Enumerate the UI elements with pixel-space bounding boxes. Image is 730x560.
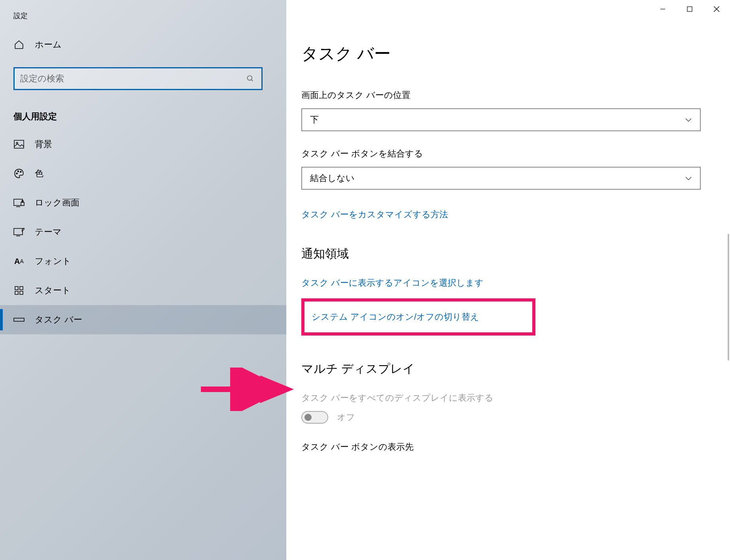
taskbar-position-label: 画面上のタスク バーの位置 bbox=[301, 89, 715, 101]
svg-rect-10 bbox=[14, 228, 23, 235]
minimize-button[interactable] bbox=[649, 0, 676, 18]
sidebar-item-label: タスク バー bbox=[35, 314, 82, 326]
multi-display-label: タスク バーをすべてのディスプレイに表示する bbox=[301, 392, 715, 404]
sidebar-item-themes[interactable]: テーマ bbox=[0, 217, 286, 247]
svg-point-5 bbox=[17, 171, 19, 172]
sidebar: 設定 ホーム 個人用設定 背景 bbox=[0, 0, 286, 560]
sidebar-item-taskbar[interactable]: タスク バー bbox=[0, 305, 286, 334]
svg-rect-18 bbox=[687, 7, 692, 11]
close-button[interactable] bbox=[703, 0, 730, 18]
svg-rect-9 bbox=[21, 202, 24, 206]
svg-point-4 bbox=[16, 173, 17, 174]
sidebar-item-label: ロック画面 bbox=[35, 197, 79, 209]
window-title: 設定 bbox=[0, 8, 286, 32]
svg-rect-2 bbox=[14, 140, 24, 148]
taskbar-position-dropdown[interactable]: 下 bbox=[301, 108, 701, 131]
multi-display-heading: マルチ ディスプレイ bbox=[301, 361, 715, 377]
sidebar-item-label: スタート bbox=[35, 285, 71, 296]
svg-line-1 bbox=[252, 80, 253, 81]
svg-point-6 bbox=[20, 171, 21, 172]
dropdown-value: 下 bbox=[310, 114, 319, 126]
svg-rect-16 bbox=[14, 318, 24, 321]
combine-buttons-dropdown[interactable]: 結合しない bbox=[301, 167, 701, 190]
svg-rect-13 bbox=[20, 287, 23, 290]
sidebar-item-label: 色 bbox=[35, 168, 43, 179]
window-controls bbox=[649, 0, 730, 18]
sidebar-item-label: テーマ bbox=[35, 226, 62, 238]
scrollbar[interactable] bbox=[728, 234, 729, 360]
sidebar-item-fonts[interactable]: AA フォント bbox=[0, 247, 286, 276]
highlight-annotation: システム アイコンのオン/オフの切り替え bbox=[301, 298, 535, 336]
home-label: ホーム bbox=[35, 39, 62, 51]
search-input[interactable] bbox=[20, 74, 245, 84]
maximize-button[interactable] bbox=[676, 0, 703, 18]
chevron-down-icon bbox=[685, 117, 692, 122]
select-icons-link[interactable]: タスク バーに表示するアイコンを選択します bbox=[301, 277, 715, 289]
button-display-label: タスク バー ボタンの表示先 bbox=[301, 441, 715, 453]
home-nav[interactable]: ホーム bbox=[0, 32, 286, 58]
sidebar-item-label: フォント bbox=[35, 255, 71, 267]
search-box[interactable] bbox=[13, 67, 263, 90]
chevron-down-icon bbox=[685, 176, 692, 181]
svg-point-0 bbox=[248, 76, 252, 81]
sidebar-item-label: 背景 bbox=[35, 138, 52, 150]
system-icons-toggle-link[interactable]: システム アイコンのオン/オフの切り替え bbox=[312, 312, 479, 322]
svg-rect-14 bbox=[15, 291, 18, 294]
sidebar-item-colors[interactable]: 色 bbox=[0, 159, 286, 188]
palette-icon bbox=[13, 168, 25, 179]
dropdown-value: 結合しない bbox=[310, 172, 355, 184]
theme-icon bbox=[13, 226, 25, 238]
svg-rect-15 bbox=[20, 291, 23, 294]
sidebar-item-background[interactable]: 背景 bbox=[0, 130, 286, 159]
sidebar-section-heading: 個人用設定 bbox=[0, 97, 286, 130]
search-icon bbox=[245, 73, 256, 84]
customize-taskbar-link[interactable]: タスク バーをカスタマイズする方法 bbox=[301, 209, 448, 221]
notification-area-heading: 通知領域 bbox=[301, 246, 715, 262]
sidebar-item-lockscreen[interactable]: ロック画面 bbox=[0, 188, 286, 217]
toggle-state-label: オフ bbox=[337, 411, 355, 423]
combine-buttons-label: タスク バー ボタンを結合する bbox=[301, 148, 715, 160]
main-content: タスク バー 画面上のタスク バーの位置 下 タスク バー ボタンを結合する 結… bbox=[286, 0, 730, 560]
home-icon bbox=[13, 39, 25, 50]
image-icon bbox=[13, 139, 25, 150]
multi-display-toggle[interactable] bbox=[301, 411, 328, 424]
taskbar-icon bbox=[13, 314, 25, 325]
sidebar-item-start[interactable]: スタート bbox=[0, 276, 286, 305]
start-icon bbox=[13, 285, 25, 296]
lock-screen-icon bbox=[13, 197, 25, 208]
svg-rect-12 bbox=[15, 287, 18, 290]
font-icon: AA bbox=[13, 256, 25, 267]
